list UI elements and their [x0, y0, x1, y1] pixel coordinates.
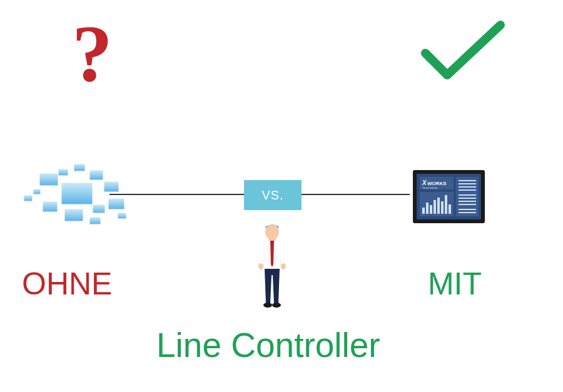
label-with: MIT: [428, 266, 482, 302]
label-without: OHNE: [22, 266, 112, 302]
question-mark-icon: ?: [72, 6, 113, 100]
svg-point-40: [265, 224, 279, 239]
checkmark-icon: [419, 19, 507, 90]
svg-rect-11: [74, 164, 85, 171]
svg-text:X: X: [422, 179, 427, 186]
title-line-controller: Line Controller: [156, 325, 380, 365]
svg-rect-10: [58, 169, 68, 176]
svg-rect-7: [108, 198, 124, 209]
svg-rect-9: [33, 189, 41, 194]
svg-rect-37: [441, 201, 444, 214]
svg-rect-32: [422, 208, 425, 214]
svg-rect-12: [89, 217, 101, 224]
svg-rect-39: [449, 204, 451, 214]
svg-point-45: [272, 303, 281, 308]
svg-rect-13: [118, 213, 126, 219]
svg-rect-35: [434, 200, 436, 214]
svg-rect-4: [43, 201, 58, 212]
vs-badge: VS.: [244, 180, 302, 210]
svg-rect-20: [456, 177, 479, 216]
dashboard-screen-icon: X WORKS • Smart Industry: [413, 170, 485, 226]
svg-rect-31: [420, 192, 454, 216]
businessman-icon: [253, 222, 291, 318]
svg-point-42: [258, 263, 263, 269]
multiple-screens-icon: [24, 164, 133, 232]
svg-point-43: [281, 263, 286, 269]
svg-rect-36: [437, 198, 440, 214]
svg-rect-5: [64, 209, 83, 221]
svg-rect-6: [93, 204, 105, 213]
svg-rect-34: [430, 205, 432, 214]
svg-text:WORKS: WORKS: [427, 181, 447, 186]
svg-rect-8: [24, 195, 33, 201]
svg-rect-38: [445, 195, 447, 214]
svg-rect-0: [61, 183, 93, 204]
svg-rect-2: [89, 170, 103, 180]
svg-rect-1: [39, 173, 58, 186]
svg-text:• Smart Industry: • Smart Industry: [422, 187, 437, 189]
svg-point-44: [263, 303, 272, 308]
svg-rect-3: [104, 181, 119, 192]
vs-label: VS.: [261, 188, 283, 203]
svg-rect-33: [426, 203, 429, 214]
